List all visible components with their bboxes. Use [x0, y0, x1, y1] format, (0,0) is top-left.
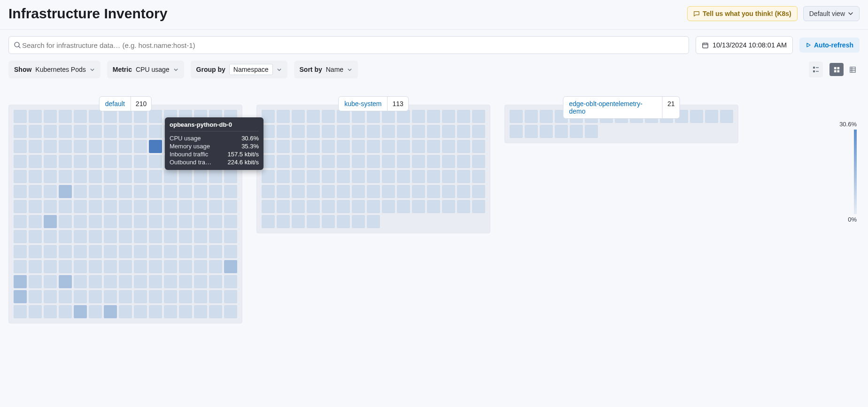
pod-tile[interactable] [367, 110, 380, 123]
pod-tile[interactable] [74, 200, 87, 213]
pod-tile[interactable] [209, 290, 222, 303]
pod-tile[interactable] [382, 170, 395, 183]
pod-tile[interactable] [89, 125, 102, 138]
pod-tile[interactable] [412, 185, 425, 198]
pod-tile[interactable] [322, 215, 335, 228]
pod-tile[interactable] [224, 170, 237, 183]
pod-tile[interactable] [322, 140, 335, 153]
pod-tile[interactable] [104, 305, 117, 318]
pod-tile[interactable] [134, 230, 147, 243]
pod-tile[interactable] [59, 230, 72, 243]
pod-tile[interactable] [209, 275, 222, 288]
pod-tile[interactable] [224, 275, 237, 288]
pod-tile[interactable] [179, 230, 192, 243]
pod-tile[interactable] [89, 155, 102, 168]
pod-tile[interactable] [104, 170, 117, 183]
pod-tile[interactable] [457, 155, 470, 168]
pod-tile[interactable] [44, 275, 57, 288]
pod-tile[interactable] [262, 200, 275, 213]
pod-tile[interactable] [322, 200, 335, 213]
pod-tile[interactable] [457, 140, 470, 153]
pod-tile[interactable] [457, 185, 470, 198]
pod-tile[interactable] [412, 140, 425, 153]
pod-tile[interactable] [427, 140, 440, 153]
pod-tile[interactable] [412, 170, 425, 183]
pod-tile[interactable] [89, 305, 102, 318]
pod-tile[interactable] [194, 200, 207, 213]
pod-tile[interactable] [179, 200, 192, 213]
search-input[interactable] [21, 37, 684, 54]
pod-tile[interactable] [277, 110, 290, 123]
pod-tile[interactable] [194, 185, 207, 198]
pod-tile[interactable] [525, 125, 538, 138]
pod-tile[interactable] [382, 110, 395, 123]
pod-tile[interactable] [292, 140, 305, 153]
pod-tile[interactable] [352, 185, 365, 198]
pod-tile[interactable] [337, 125, 350, 138]
pod-tile[interactable] [89, 230, 102, 243]
pod-tile[interactable] [89, 290, 102, 303]
view-table-toggle[interactable] [845, 63, 860, 76]
pod-tile[interactable] [44, 200, 57, 213]
pod-tile[interactable] [149, 170, 162, 183]
pod-tile[interactable] [472, 200, 485, 213]
pod-tile[interactable] [525, 110, 538, 123]
pod-tile[interactable] [382, 140, 395, 153]
pod-tile[interactable] [104, 230, 117, 243]
pod-tile[interactable] [44, 170, 57, 183]
pod-tile[interactable] [194, 290, 207, 303]
pod-tile[interactable] [119, 125, 132, 138]
pod-tile[interactable] [179, 305, 192, 318]
pod-tile[interactable] [74, 305, 87, 318]
pod-tile[interactable] [59, 170, 72, 183]
pod-tile[interactable] [14, 305, 27, 318]
pod-tile[interactable] [224, 185, 237, 198]
pod-tile[interactable] [442, 110, 455, 123]
pod-tile[interactable] [277, 215, 290, 228]
pod-tile[interactable] [119, 275, 132, 288]
pod-tile[interactable] [164, 200, 177, 213]
pod-tile[interactable] [29, 290, 42, 303]
pod-tile[interactable] [44, 110, 57, 123]
group-tag[interactable]: default210 [99, 96, 152, 111]
group-name[interactable]: edge-oblt-opentelemetry-demo [564, 97, 663, 118]
pod-tile[interactable] [59, 290, 72, 303]
pod-tile[interactable] [720, 110, 733, 123]
view-select-button[interactable]: Default view [803, 6, 860, 21]
pod-tile[interactable] [224, 260, 237, 273]
pod-tile[interactable] [510, 110, 523, 123]
pod-tile[interactable] [194, 245, 207, 258]
pod-tile[interactable] [119, 110, 132, 123]
pod-tile[interactable] [209, 230, 222, 243]
pod-tile[interactable] [352, 140, 365, 153]
pod-tile[interactable] [29, 125, 42, 138]
pod-tile[interactable] [134, 215, 147, 228]
pod-tile[interactable] [224, 305, 237, 318]
pod-tile[interactable] [104, 110, 117, 123]
pod-tile[interactable] [337, 110, 350, 123]
pod-tile[interactable] [149, 185, 162, 198]
pod-tile[interactable] [292, 155, 305, 168]
pod-tile[interactable] [29, 275, 42, 288]
pod-tile[interactable] [277, 200, 290, 213]
pod-tile[interactable] [472, 125, 485, 138]
pod-tile[interactable] [179, 215, 192, 228]
pod-tile[interactable] [89, 170, 102, 183]
pod-tile[interactable] [224, 245, 237, 258]
sortby-filter[interactable]: Sort by Name [294, 61, 358, 78]
pod-tile[interactable] [367, 125, 380, 138]
pod-tile[interactable] [337, 140, 350, 153]
pod-tile[interactable] [119, 245, 132, 258]
pod-tile[interactable] [307, 110, 320, 123]
group-name[interactable]: kube-system [339, 97, 388, 111]
legend-toggle-button[interactable] [809, 61, 823, 77]
pod-tile[interactable] [397, 170, 410, 183]
pod-tile[interactable] [262, 170, 275, 183]
pod-tile[interactable] [44, 125, 57, 138]
pod-tile[interactable] [179, 170, 192, 183]
pod-tile[interactable] [149, 110, 162, 123]
pod-tile[interactable] [134, 290, 147, 303]
pod-tile[interactable] [104, 245, 117, 258]
pod-tile[interactable] [194, 260, 207, 273]
pod-tile[interactable] [134, 245, 147, 258]
